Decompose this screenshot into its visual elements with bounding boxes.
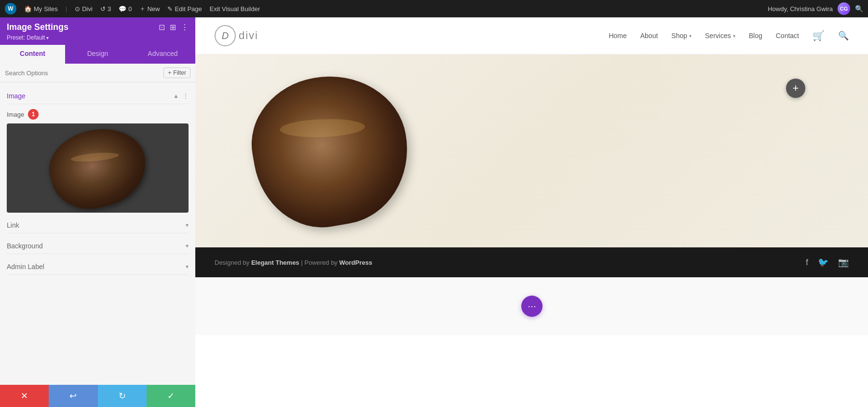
- link-section-title: Link: [7, 221, 19, 229]
- tab-design[interactable]: Design: [65, 45, 130, 64]
- admin-label-section: Admin Label ▾: [7, 259, 189, 275]
- module-options-button[interactable]: ⋯: [521, 296, 542, 317]
- link-section-header[interactable]: Link ▾: [7, 217, 189, 233]
- image-field-label-row: Image 1: [7, 109, 189, 120]
- filter-plus-icon: +: [168, 69, 171, 76]
- divi-menu[interactable]: ⊙ Divi: [75, 5, 93, 13]
- background-section-header[interactable]: Background ▾: [7, 238, 189, 254]
- updates-counter[interactable]: ↺ 3: [100, 5, 111, 13]
- panel-header-icons: ⊡ ⊞ ⋮: [159, 23, 189, 32]
- avatar[interactable]: CG: [838, 2, 850, 15]
- site-search-icon[interactable]: 🔍: [838, 30, 849, 41]
- sites-icon: 🏠: [24, 5, 32, 13]
- footer-credit: Designed by Elegant Themes | Powered by …: [215, 259, 372, 266]
- nav-blog[interactable]: Blog: [749, 32, 762, 40]
- site-hero: +: [195, 54, 868, 247]
- resize-icon[interactable]: ⊡: [159, 23, 165, 32]
- site-logo[interactable]: D divi: [215, 25, 258, 46]
- background-collapse-chevron[interactable]: ▾: [186, 243, 189, 249]
- pencil-icon: ✎: [167, 5, 173, 13]
- panel-title: Image Settings: [7, 22, 68, 32]
- site-footer: Designed by Elegant Themes | Powered by …: [195, 247, 868, 277]
- howdy-text: Howdy, Christina Gwira: [768, 5, 833, 13]
- site-content: + Designed by Elegant Themes | Powered b…: [195, 54, 868, 407]
- comment-icon: 💬: [119, 5, 126, 13]
- website-preview: D divi Home About Shop ▾ Services ▾: [195, 17, 868, 407]
- panel-content: Image ▲ ⋮ Image 1: [0, 82, 195, 385]
- undo-button[interactable]: ↩: [49, 385, 97, 407]
- add-content-button[interactable]: +: [786, 79, 805, 98]
- hero-bread-image: [242, 64, 420, 238]
- shop-chevron-icon: ▾: [689, 33, 692, 39]
- image-section: Image ▲ ⋮ Image 1: [7, 88, 189, 213]
- edit-page-button[interactable]: ✎ Edit Page: [167, 5, 202, 13]
- tab-content[interactable]: Content: [0, 45, 65, 64]
- main-layout: Image Settings ⊡ ⊞ ⋮ Preset: Default Con…: [0, 17, 868, 407]
- image-section-header[interactable]: Image ▲ ⋮: [7, 88, 189, 104]
- admin-label-section-title: Admin Label: [7, 263, 44, 271]
- my-sites-menu[interactable]: 🏠 My Sites: [24, 5, 58, 13]
- nav-about[interactable]: About: [640, 32, 658, 40]
- image-section-title: Image: [7, 92, 26, 100]
- nav-services[interactable]: Services ▾: [705, 32, 735, 40]
- search-options-input[interactable]: [5, 69, 160, 77]
- wp-admin-bar: W 🏠 My Sites | ⊙ Divi ↺ 3 💬 0 ＋ New ✎ Ed…: [0, 0, 868, 17]
- background-section-title: Background: [7, 242, 43, 250]
- bread-image-preview: [41, 123, 154, 213]
- nav-shop[interactable]: Shop ▾: [671, 32, 692, 40]
- link-collapse-chevron[interactable]: ▾: [186, 222, 189, 229]
- exit-visual-builder-button[interactable]: Exit Visual Builder: [210, 5, 260, 13]
- logo-text: divi: [239, 29, 258, 42]
- image-section-icons: ▲ ⋮: [173, 93, 189, 99]
- admin-label-section-header[interactable]: Admin Label ▾: [7, 259, 189, 275]
- redo-button[interactable]: ↻: [98, 385, 147, 407]
- new-content-button[interactable]: ＋ New: [139, 4, 160, 13]
- image-section-menu-icon[interactable]: ⋮: [183, 93, 189, 99]
- admin-bar-right: Howdy, Christina Gwira CG 🔍: [768, 2, 863, 15]
- admin-label-collapse-chevron[interactable]: ▾: [186, 263, 189, 270]
- site-below-footer: ⋯: [195, 277, 868, 335]
- comments-counter[interactable]: 💬 0: [119, 5, 132, 13]
- instagram-icon[interactable]: 📷: [838, 257, 849, 268]
- plus-icon: ＋: [139, 4, 146, 13]
- search-row: + Filter: [0, 64, 195, 82]
- cart-icon[interactable]: 🛒: [813, 30, 825, 41]
- admin-search-icon[interactable]: 🔍: [855, 5, 863, 13]
- facebook-icon[interactable]: f: [806, 258, 808, 268]
- save-button[interactable]: ✓: [147, 385, 195, 407]
- image-preview-container[interactable]: [7, 123, 189, 213]
- filter-button[interactable]: + Filter: [163, 68, 190, 78]
- image-field-label: Image: [7, 111, 24, 118]
- background-section: Background ▾: [7, 238, 189, 254]
- panel-header-top: Image Settings ⊡ ⊞ ⋮: [7, 22, 189, 32]
- twitter-icon[interactable]: 🐦: [818, 257, 828, 268]
- panel-actions: ✕ ↩ ↻ ✓: [0, 385, 195, 407]
- image-collapse-chevron[interactable]: ▲: [173, 93, 179, 99]
- link-section: Link ▾: [7, 217, 189, 233]
- image-required-badge: 1: [28, 109, 39, 120]
- panel-header: Image Settings ⊡ ⊞ ⋮ Preset: Default: [0, 17, 195, 45]
- panel-tabs: Content Design Advanced: [0, 45, 195, 64]
- nav-items: Home About Shop ▾ Services ▾ Blog Contac: [609, 30, 849, 41]
- wp-logo-icon[interactable]: W: [5, 3, 16, 14]
- columns-icon[interactable]: ⊞: [170, 23, 176, 32]
- site-navigation: D divi Home About Shop ▾ Services ▾: [195, 17, 868, 54]
- cancel-button[interactable]: ✕: [0, 385, 49, 407]
- footer-social-links: f 🐦 📷: [806, 257, 849, 268]
- preset-selector[interactable]: Preset: Default: [7, 34, 189, 41]
- nav-home[interactable]: Home: [609, 32, 626, 40]
- tab-advanced[interactable]: Advanced: [130, 45, 195, 64]
- divi-icon: ⊙: [75, 5, 80, 13]
- more-options-icon[interactable]: ⋮: [181, 23, 189, 32]
- image-settings-panel: Image Settings ⊡ ⊞ ⋮ Preset: Default Con…: [0, 17, 195, 407]
- logo-circle: D: [215, 25, 236, 46]
- services-chevron-icon: ▾: [733, 33, 735, 39]
- nav-contact[interactable]: Contact: [776, 32, 799, 40]
- refresh-icon: ↺: [100, 5, 106, 13]
